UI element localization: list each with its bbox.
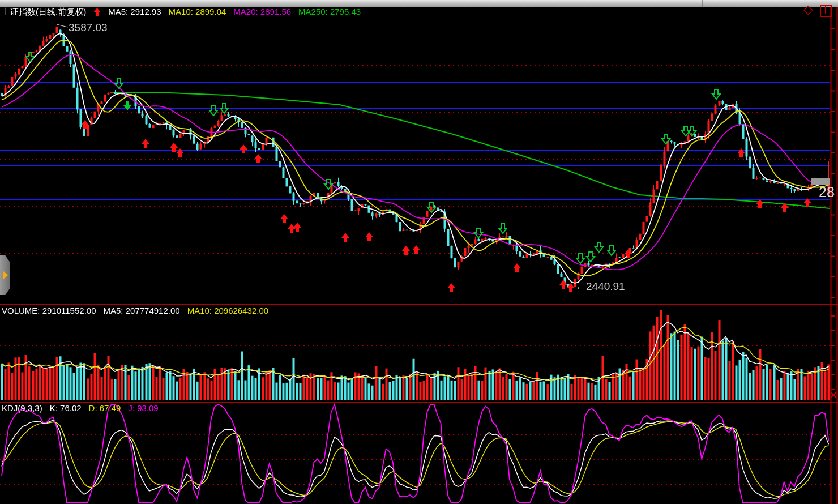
window-top-strip [0,0,838,7]
diamond-icon[interactable]: ◇ [803,2,813,17]
strip-divider [319,0,319,7]
volume-ma5-value: MA5: 207774912.00 [104,306,180,315]
ma10-value: MA10: 2899.04 [169,7,226,16]
volume-header: VOLUME: 291011552.00 MA5: 207774912.00 M… [2,306,268,315]
chart-canvas[interactable] [0,0,838,504]
split-window-icon[interactable] [820,5,832,17]
kdj-k-value: K: 76.02 [50,404,82,413]
trend-up-arrow-icon [93,8,101,16]
last-price-value: 28 [819,184,835,200]
kdj-d-value: D: 67.49 [89,404,121,413]
kdj-header: KDJ(9,3,3) K: 76.02 D: 67.49 J: 93.09 [2,404,159,413]
main-chart-header: 上证指数(日线.前复权) MA5: 2912.93 MA10: 2899.04 … [2,7,361,16]
instrument-title: 上证指数(日线.前复权) [2,7,86,16]
ma5-value: MA5: 2912.93 [108,7,161,16]
split-window-divider [825,6,826,14]
stock-app-window: 上证指数(日线.前复权) MA5: 2912.93 MA10: 2899.04 … [0,0,838,504]
strip-divider [702,0,703,7]
strip-divider [350,0,350,7]
kdj-params: KDJ(9,3,3) [2,404,42,413]
close-axis-icon[interactable]: ✕ [830,390,837,400]
strip-divider [374,0,374,7]
high-annotation: 3587.03 [69,22,108,34]
expand-arrow-icon [3,271,8,280]
volume-ma10-value: MA10: 209626432.00 [187,306,268,315]
ma20-value: MA20: 2891.56 [233,7,291,16]
kdj-j-value: J: 93.09 [128,404,158,413]
sidebar-expand-handle[interactable] [0,255,10,295]
low-annotation: ←2440.91 [575,280,625,293]
ma250-value: MA250: 2795.43 [298,7,361,16]
volume-value: VOLUME: 291011552.00 [2,306,96,315]
